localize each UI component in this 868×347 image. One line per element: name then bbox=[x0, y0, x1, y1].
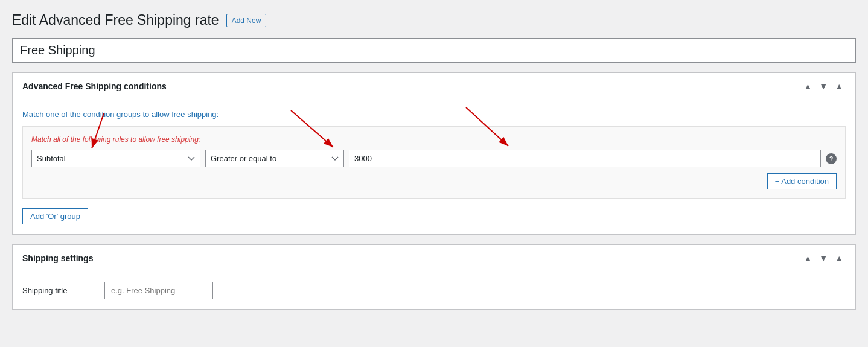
shipping-settings-panel: Shipping settings ▲ ▼ ▲ Shipping title bbox=[12, 244, 856, 310]
shipping-settings-body: Shipping title bbox=[13, 272, 855, 309]
match-groups-text: Match one of the condition groups to all… bbox=[22, 110, 846, 119]
rate-name-input[interactable] bbox=[12, 38, 856, 63]
collapse-down-button[interactable]: ▼ bbox=[817, 80, 830, 92]
condition-operator-select[interactable]: Greater or equal to Less than Equal to N… bbox=[205, 150, 344, 167]
panel-controls: ▲ ▼ ▲ bbox=[801, 80, 846, 92]
conditions-panel-body: Match one of the condition groups to all… bbox=[13, 100, 855, 234]
collapse-up-button[interactable]: ▲ bbox=[801, 80, 814, 92]
shipping-settings-title: Shipping settings bbox=[22, 253, 93, 263]
settings-row: Shipping title bbox=[22, 282, 846, 299]
shipping-remove-button[interactable]: ▲ bbox=[832, 252, 846, 264]
conditions-panel-title: Advanced Free Shipping conditions bbox=[22, 81, 167, 91]
add-or-group-button[interactable]: Add 'Or' group bbox=[22, 208, 88, 224]
add-condition-button[interactable]: + Add condition bbox=[767, 173, 837, 189]
help-icon[interactable]: ? bbox=[826, 153, 837, 164]
remove-panel-button[interactable]: ▲ bbox=[832, 80, 846, 92]
match-rules-text: Match all of the following rules to allo… bbox=[31, 135, 837, 144]
condition-value-input[interactable] bbox=[349, 150, 821, 167]
add-new-button[interactable]: Add New bbox=[226, 14, 267, 27]
page-title: Edit Advanced Free Shipping rate bbox=[12, 12, 219, 28]
conditions-panel-header: Advanced Free Shipping conditions ▲ ▼ ▲ bbox=[13, 73, 855, 100]
add-condition-row: + Add condition bbox=[31, 173, 837, 189]
shipping-title-label: Shipping title bbox=[22, 286, 95, 295]
condition-row: Subtotal Weight Item count Coupon code G… bbox=[31, 150, 837, 167]
shipping-settings-header: Shipping settings ▲ ▼ ▲ bbox=[13, 245, 855, 272]
condition-group: Match all of the following rules to allo… bbox=[22, 126, 846, 199]
shipping-collapse-up-button[interactable]: ▲ bbox=[801, 252, 814, 264]
shipping-settings-controls: ▲ ▼ ▲ bbox=[801, 252, 846, 264]
condition-type-select[interactable]: Subtotal Weight Item count Coupon code bbox=[31, 150, 200, 167]
conditions-panel: Advanced Free Shipping conditions ▲ ▼ ▲ … bbox=[12, 72, 856, 235]
shipping-title-input[interactable] bbox=[104, 282, 213, 299]
condition-area: Subtotal Weight Item count Coupon code G… bbox=[31, 150, 837, 189]
shipping-collapse-down-button[interactable]: ▼ bbox=[817, 252, 830, 264]
